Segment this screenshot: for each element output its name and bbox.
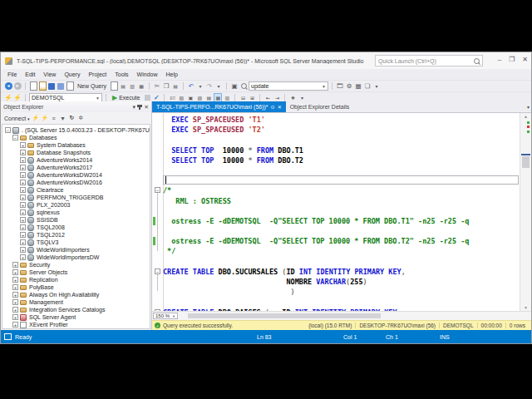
tree-item[interactable]: +SQL Server Agent	[2, 313, 150, 321]
tree-item[interactable]: +XEvent Profiler	[2, 321, 150, 328]
tree-item[interactable]: +Security	[2, 261, 150, 268]
connect-dropdown[interactable]: Connect ▾	[4, 116, 30, 121]
tree-item[interactable]: +TSQL2012	[2, 231, 150, 239]
find-icon[interactable]	[239, 81, 248, 91]
expand-icon[interactable]: +	[12, 299, 18, 305]
menu-tools[interactable]: Tools	[111, 71, 132, 77]
tree-item[interactable]: +PLX_202003	[2, 201, 150, 209]
menu-help[interactable]: Help	[162, 71, 182, 77]
panel-close-icon[interactable]: ✕	[144, 104, 149, 111]
expand-icon[interactable]: +	[20, 239, 26, 245]
tab-object-explorer-details[interactable]: Object Explorer Details	[286, 101, 354, 112]
tree-item[interactable]: +TSQL2008	[2, 224, 150, 231]
menu-view[interactable]: View	[39, 71, 60, 77]
menu-window[interactable]: Window	[133, 71, 162, 77]
disconnect-icon[interactable]: ⚡	[32, 115, 39, 121]
tree-item[interactable]: +Cleartrace	[2, 186, 150, 194]
filter-icon[interactable]: ▼	[60, 115, 66, 121]
tab-overflow-icon[interactable]: ▾	[527, 104, 530, 110]
tree-item[interactable]: −Databases	[2, 134, 150, 141]
tab-close-icon[interactable]: ✕	[278, 104, 282, 110]
chevron-down-icon[interactable]: ▼	[93, 96, 100, 101]
fold-collapse-icon[interactable]: −	[155, 187, 160, 193]
scroll-down-icon[interactable]: ▼	[520, 305, 531, 310]
window-layout-icon[interactable]: ❏	[363, 81, 372, 91]
collapse-icon[interactable]: −	[5, 127, 11, 133]
expand-icon[interactable]: +	[20, 209, 26, 215]
menu-edit[interactable]: Edit	[21, 71, 39, 77]
tree-item[interactable]: +WideWorldImportersDW	[2, 254, 150, 261]
scrollbar-thumb[interactable]	[522, 156, 530, 168]
horizontal-scrollbar[interactable]	[180, 313, 530, 319]
tree-item[interactable]: +Server Objects	[2, 268, 150, 276]
scroll-up-icon[interactable]: ▲	[520, 114, 531, 119]
restore-button[interactable]: ❐	[509, 56, 515, 64]
tree-item[interactable]: +WideWorldImporters	[2, 246, 150, 254]
tree-item[interactable]: +AdventureWorksDW2014	[2, 171, 150, 179]
nav-forward-button[interactable]: ▸	[13, 81, 22, 91]
expand-icon[interactable]: +	[20, 232, 26, 238]
mdx-query-icon[interactable]: ▥	[128, 81, 136, 91]
object-explorer-tree[interactable]: −. (SQL Server 15.0.4003.23 - DESKTOP-7R…	[2, 124, 150, 329]
chevron-down-icon[interactable]: ▼	[319, 84, 326, 89]
save-icon[interactable]	[47, 81, 56, 91]
tree-item[interactable]: +AdventureWorksDW2016	[2, 179, 150, 186]
expand-icon[interactable]: +	[20, 180, 26, 185]
menu-project[interactable]: Project	[84, 71, 111, 77]
hscrollbar-thumb[interactable]	[188, 313, 381, 318]
code-text-area[interactable]: EXEC SP_SPACEUSED 'T1' EXEC SP_SPACEUSED…	[163, 115, 520, 311]
copy-icon[interactable]: ❐	[162, 81, 170, 91]
expand-icon[interactable]: +	[20, 224, 26, 230]
open-file-icon[interactable]	[38, 81, 47, 91]
options-icon[interactable]: ✲	[78, 115, 85, 121]
properties-window-icon[interactable]: ⚙	[345, 81, 353, 91]
fold-collapse-icon[interactable]: −	[155, 309, 160, 311]
toolbar-options-dropdown-icon[interactable]: ▾	[372, 81, 381, 91]
expand-icon[interactable]: +	[12, 292, 18, 298]
tree-item[interactable]: +Database Snapshots	[2, 149, 150, 156]
fold-collapse-icon[interactable]: −	[155, 268, 160, 274]
expand-icon[interactable]: +	[20, 165, 26, 170]
tree-item[interactable]: +sqlnexus	[2, 209, 150, 216]
vertical-scrollbar[interactable]: ▲ ▼	[520, 113, 531, 311]
activity-monitor-icon[interactable]: ▣	[230, 81, 239, 91]
tree-item[interactable]: −. (SQL Server 15.0.4003.23 - DESKTOP-7R…	[2, 126, 150, 134]
refresh-icon[interactable]: ↻	[69, 115, 76, 121]
cut-icon[interactable]: ✂	[153, 81, 161, 91]
expand-icon[interactable]: +	[12, 277, 18, 283]
tree-item[interactable]: +PERFMON_TRIGGERDB	[2, 194, 150, 201]
tab-pin-icon[interactable]: ⊙	[271, 104, 275, 110]
expand-icon[interactable]: +	[20, 172, 26, 178]
analysis-query-icon[interactable]: ▤	[119, 81, 127, 91]
panel-menu-icon[interactable]: ▾	[133, 104, 136, 111]
expand-icon[interactable]: +	[12, 284, 18, 290]
expand-icon[interactable]: +	[12, 307, 18, 313]
new-query-button[interactable]: New Query	[75, 83, 109, 89]
pin-icon[interactable]	[139, 105, 140, 110]
close-button[interactable]: ✕	[522, 56, 528, 64]
expand-icon[interactable]: +	[20, 142, 26, 148]
new-db-engine-query-icon[interactable]	[110, 81, 118, 91]
redo-button[interactable]: ↷	[205, 81, 214, 91]
tree-item[interactable]: +TSQLV3	[2, 239, 150, 246]
menu-file[interactable]: File	[3, 71, 21, 77]
expand-icon[interactable]: +	[20, 254, 26, 260]
redo-dropdown-icon[interactable]: ▾	[214, 81, 223, 91]
find-combobox[interactable]: update ▼	[249, 81, 328, 91]
minimize-button[interactable]: –	[498, 56, 501, 64]
filter-equals-icon[interactable]: ≡	[51, 115, 57, 121]
expand-icon[interactable]: +	[20, 202, 26, 208]
tree-item[interactable]: +PolyBase	[2, 283, 150, 291]
undo-dropdown-icon[interactable]: ▾	[196, 81, 204, 91]
tree-item[interactable]: +AdventureWorks2017	[2, 164, 150, 171]
tree-item[interactable]: +Integration Services Catalogs	[2, 306, 150, 313]
expand-icon[interactable]: +	[12, 269, 18, 275]
new-query-icon[interactable]	[66, 81, 74, 91]
tree-item[interactable]: +Replication	[2, 276, 150, 283]
new-project-icon[interactable]	[29, 81, 37, 91]
expand-icon[interactable]: +	[12, 262, 18, 268]
undo-button[interactable]: ↶	[187, 81, 195, 91]
registered-servers-icon[interactable]: 🗔	[336, 81, 344, 91]
template-explorer-icon[interactable]: ▦	[354, 81, 362, 91]
quick-launch-input[interactable]: Quick Launch (Ctrl+Q)	[375, 55, 483, 66]
